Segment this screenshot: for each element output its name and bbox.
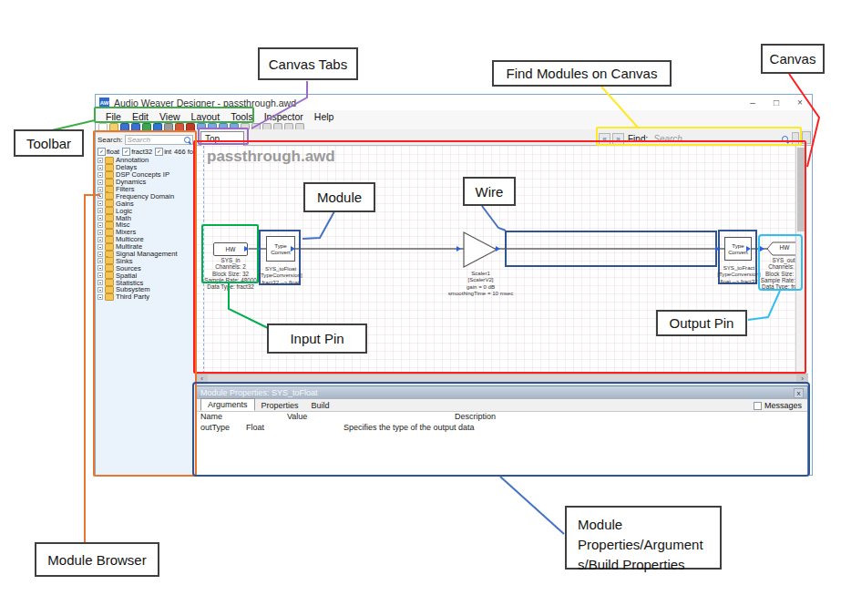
input-pin-highlight-rect — [201, 224, 259, 283]
menu-item[interactable]: Inspector — [259, 111, 309, 122]
find-modules-callout: Find Modules on Canvas — [492, 60, 672, 87]
menu-bar-highlight-rect — [94, 107, 254, 123]
menu-item[interactable]: Help — [309, 111, 340, 122]
canvas-tabs-callout: Canvas Tabs — [258, 47, 358, 80]
module-browser-callout: Module Browser — [35, 542, 159, 577]
module-callout: Module — [303, 182, 375, 212]
wire-callout: Wire — [463, 177, 516, 206]
close-button[interactable]: × — [788, 98, 812, 108]
minimize-button[interactable]: – — [741, 98, 764, 108]
output-pin-callout: Output Pin — [656, 310, 747, 336]
output-pin-highlight-rect — [758, 234, 803, 291]
module-properties-connector-line — [500, 477, 564, 534]
canvas-callout: Canvas — [761, 44, 825, 74]
module-properties-callout: Module Properties/Arguments/Build Proper… — [565, 506, 722, 570]
properties-highlight-rect — [192, 382, 810, 477]
toolbar-callout: Toolbar — [14, 129, 84, 157]
module-browser-highlight-rect — [93, 130, 197, 477]
input-pin-callout: Input Pin — [267, 323, 367, 354]
maximize-button[interactable]: □ — [764, 98, 788, 108]
annotated-screenshot: AW Audio Weaver Designer - passthrough.a… — [0, 0, 841, 616]
